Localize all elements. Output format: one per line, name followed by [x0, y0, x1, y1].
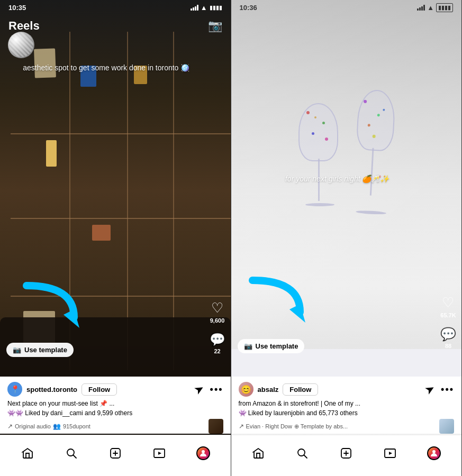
svg-point-8: [202, 450, 205, 453]
share-icon-right[interactable]: ➤: [422, 381, 438, 398]
svg-point-17: [432, 450, 436, 453]
wifi-icon: ▲: [201, 4, 207, 12]
comment-icon-right: 💬: [440, 327, 456, 342]
nav-reels-right[interactable]: [368, 447, 412, 460]
user-row-right: 😊 absalz Follow ➤ •••: [239, 382, 455, 397]
bottom-nav-right: [231, 435, 462, 476]
home-icon: [21, 447, 34, 460]
nav-home-right[interactable]: [237, 447, 280, 460]
time-right: 10:36: [240, 4, 257, 12]
audio-left-right: ↗ Evian · Right Dow ⊕ Template by abs...: [239, 423, 348, 430]
avatar-right[interactable]: 😊: [239, 382, 253, 397]
arrow-right: [237, 270, 321, 333]
user-row-left: 📍 spotted.toronto Follow ➤ •••: [7, 382, 223, 397]
nav-search-left[interactable]: [49, 447, 93, 460]
reels-icon: [153, 447, 166, 460]
audio-row-right: ↗ Evian · Right Dow ⊕ Template by abs...: [239, 419, 455, 434]
audio-left-left: ↗ Original audio 👥 915dupont: [7, 423, 90, 430]
audio-row-left: ↗ Original audio 👥 915dupont: [7, 419, 223, 434]
like-button-right[interactable]: ♡ 65.7K: [440, 295, 456, 318]
comment-count: 22: [214, 348, 220, 354]
signal-icon: [191, 5, 198, 11]
search-icon: [65, 447, 78, 460]
nav-add-right[interactable]: [324, 447, 368, 460]
username-left[interactable]: spotted.toronto: [26, 386, 77, 393]
profile-avatar-left: [196, 446, 210, 460]
nav-profile-left[interactable]: [181, 446, 225, 460]
status-icons-left: ▲ ▮▮▮▮: [191, 4, 222, 12]
like-count-right: 65.7K: [440, 312, 456, 318]
people-icon: 👥: [53, 423, 61, 430]
camera-template-icon: 📷: [13, 346, 21, 354]
svg-line-11: [304, 455, 307, 458]
reels-title: Reels: [8, 19, 40, 33]
like-count: 9,600: [210, 317, 225, 324]
comment-button-right[interactable]: 💬 88: [440, 327, 456, 349]
video-caption-right: for your next girls night 🍊🥂✨: [240, 175, 436, 183]
user-left-left: 📍 spotted.toronto Follow: [7, 382, 117, 397]
battery-icon-right: ▮▮▮▮: [436, 3, 453, 12]
nav-search-right[interactable]: [280, 447, 324, 460]
music-icon-right: ↗: [239, 423, 244, 430]
bottom-info-left: 📍 spotted.toronto Follow ➤ ••• Next plac…: [0, 377, 231, 434]
video-caption-left: aesthetic spot to get some work done in …: [8, 63, 204, 72]
home-icon-right: [252, 447, 265, 460]
music-icon-left: ↗: [7, 423, 13, 430]
use-template-label-right: Use template: [256, 342, 298, 350]
comment-button[interactable]: 💬 22: [210, 332, 225, 354]
user-left-right: 😊 absalz Follow: [239, 382, 319, 397]
comment-icon: 💬: [210, 332, 225, 347]
audio-text-left[interactable]: Original audio: [15, 423, 51, 429]
use-template-button-right[interactable]: 📷 Use template: [238, 339, 305, 353]
follow-button-right[interactable]: Follow: [283, 383, 318, 396]
follow-button-left[interactable]: Follow: [81, 383, 117, 396]
side-actions-right: ♡ 65.7K 💬 88: [440, 295, 456, 349]
audio-text-right[interactable]: Evian · Right Dow: [246, 423, 292, 429]
share-icon-left[interactable]: ➤: [191, 381, 206, 398]
search-icon-right: [296, 447, 309, 460]
bottom-nav-left: [0, 435, 231, 476]
more-options-left[interactable]: •••: [210, 384, 223, 395]
likes-row-left: 👾👾 Liked by dani__cami and 9,599 others: [7, 409, 223, 417]
camera-icon[interactable]: 📷: [208, 19, 222, 33]
use-template-button-left[interactable]: 📷 Use template: [6, 343, 74, 357]
post-caption-right: from Amazon & in storefront! | One of my…: [239, 400, 455, 407]
comment-count-right: 88: [445, 343, 451, 349]
reels-icon-right: [384, 447, 396, 460]
audio-user-left: 915dupont: [63, 423, 90, 429]
likes-row-right: 👾 Liked by laurenjobin and 65,773 others: [239, 409, 455, 417]
like-button[interactable]: ♡ 9,600: [210, 300, 225, 324]
post-caption-left: Next place on your must-see list 📌 ...: [7, 400, 223, 407]
reels-header-left: Reels 📷: [0, 15, 231, 37]
wifi-icon-right: ▲: [427, 4, 434, 12]
signal-icon-right: [417, 5, 425, 11]
add-icon-right: [340, 447, 352, 460]
audio-thumbnail-left: [209, 419, 223, 434]
audio-extra-right[interactable]: ⊕ Template by abs...: [294, 423, 348, 430]
right-phone: 10:36 ▲ ▮▮▮▮ for your next girls night 🍊…: [231, 0, 463, 476]
svg-marker-7: [158, 452, 161, 455]
audio-thumbnail-right: [439, 419, 454, 434]
side-actions-left: ♡ 9,600 💬 22: [210, 300, 225, 354]
nav-add-left[interactable]: [93, 447, 137, 460]
username-right[interactable]: absalz: [258, 386, 279, 393]
use-template-label-left: Use template: [24, 346, 67, 354]
more-options-right[interactable]: •••: [441, 384, 454, 395]
bottom-info-right: 😊 absalz Follow ➤ ••• from Amazon & in s…: [231, 377, 462, 434]
heart-icon-right: ♡: [442, 295, 454, 311]
arrow-left: [11, 275, 95, 338]
time-left: 10:35: [8, 4, 26, 12]
status-bar-left: 10:35 ▲ ▮▮▮▮: [0, 0, 231, 15]
add-icon: [109, 447, 122, 460]
svg-line-2: [73, 455, 76, 458]
heart-icon: ♡: [211, 300, 223, 316]
status-bar-right: 10:36 ▲ ▮▮▮▮: [231, 0, 462, 15]
status-icons-right: ▲ ▮▮▮▮: [417, 3, 453, 12]
profile-avatar-right: [427, 446, 441, 460]
camera-template-icon-right: 📷: [244, 342, 252, 350]
nav-home-left[interactable]: [5, 447, 49, 460]
avatar-left[interactable]: 📍: [7, 382, 22, 397]
nav-reels-left[interactable]: [137, 447, 181, 460]
svg-marker-16: [389, 452, 392, 455]
nav-profile-right[interactable]: [412, 446, 456, 460]
